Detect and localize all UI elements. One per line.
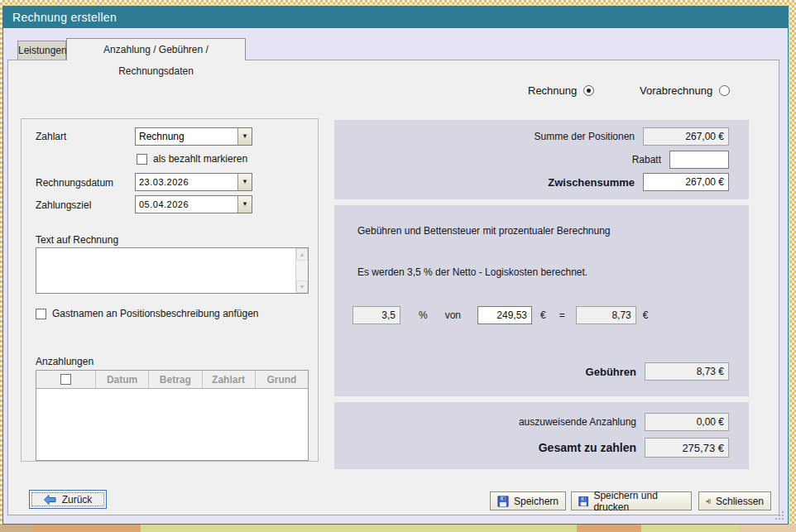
- chevron-down-icon[interactable]: ▼: [237, 196, 252, 213]
- scroll-down-icon[interactable]: ▼: [296, 280, 308, 293]
- text-auf-rechnung-content[interactable]: [36, 248, 295, 293]
- background-strip: [33, 525, 141, 532]
- final-section: auszuweisende Anzahlung 0,00 € Gesamt zu…: [334, 402, 749, 469]
- zahlart-combobox[interactable]: Rechnung ▼: [135, 127, 252, 146]
- anzahlung-row: auszuweisende Anzahlung 0,00 €: [519, 413, 729, 431]
- gebuehren-label: Gebühren: [586, 366, 636, 378]
- gesamt-row: Gesamt zu zahlen 275,73 €: [539, 438, 729, 458]
- fees-formula-row: 3,5 % von 249,53 € = 8,73 €: [352, 306, 648, 324]
- fees-section: Gebühren und Bettensteuer mit prozentual…: [334, 205, 749, 396]
- column-header-datum[interactable]: Datum: [96, 371, 149, 388]
- dialog-rechnung-erstellen: Rechnung erstellen Leistungen Anzahlung …: [2, 6, 789, 525]
- save-icon: [578, 496, 588, 507]
- gesamt-label: Gesamt zu zahlen: [539, 441, 636, 454]
- background-strip: [0, 525, 33, 532]
- radio-rechnung-label: Rechnung: [528, 84, 577, 97]
- zahlungsziel-label: Zahlungsziel: [36, 199, 91, 211]
- summe-field: 267,00 €: [643, 127, 729, 146]
- gastnamen-checkbox[interactable]: [36, 309, 46, 319]
- textarea-scrollbar[interactable]: ▲ ▼: [295, 248, 308, 293]
- gesamt-field: 275,73 €: [645, 438, 729, 458]
- background-strip: [641, 525, 739, 532]
- background-strip: [739, 525, 796, 532]
- scroll-up-icon[interactable]: ▲: [296, 248, 308, 261]
- speichern-button[interactable]: Speichern: [490, 491, 566, 510]
- arrow-left-icon: [44, 495, 56, 505]
- dialog-titlebar[interactable]: Rechnung erstellen: [3, 7, 788, 28]
- rabatt-row: Rabatt: [632, 151, 729, 169]
- chevron-down-icon[interactable]: ▼: [237, 174, 252, 190]
- summe-label: Summe der Positionen: [535, 131, 635, 142]
- radio-vorabrechnung-button[interactable]: [719, 85, 730, 96]
- payment-groupbox: Zahlart Rechnung ▼ als bezahlt markieren…: [21, 118, 319, 462]
- rabatt-input[interactable]: [669, 151, 729, 169]
- header-select-all[interactable]: [36, 371, 96, 388]
- percent-sign: %: [419, 309, 428, 321]
- base-amount-input[interactable]: 249,53: [477, 306, 532, 324]
- radio-vorabrechnung-label: Vorabrechnung: [640, 84, 712, 97]
- als-bezahlt-label: als bezahlt markieren: [153, 153, 247, 165]
- tab-leistungen-label: Leistungen: [18, 45, 67, 56]
- equals-sign: =: [559, 309, 565, 321]
- rechnungsdatum-value: 23.03.2026: [136, 177, 237, 187]
- speichern-und-drucken-label: Speichern und drucken: [593, 490, 684, 513]
- gebuehren-row: Gebühren 8,73 €: [586, 362, 729, 381]
- fees-heading: Gebühren und Bettensteuer mit prozentual…: [357, 225, 611, 237]
- rabatt-label: Rabatt: [632, 154, 661, 165]
- schliessen-label: Schliessen: [716, 496, 764, 507]
- zurueck-label: Zurück: [62, 494, 93, 506]
- text-auf-rechnung-textarea[interactable]: ▲ ▼: [36, 247, 309, 294]
- rechnungsdatum-datepicker[interactable]: 23.03.2026 ▼: [135, 173, 252, 191]
- radio-option-rechnung[interactable]: Rechnung: [528, 84, 594, 97]
- speichern-und-drucken-button[interactable]: Speichern und drucken: [571, 491, 692, 510]
- zurueck-button[interactable]: Zurück: [29, 490, 107, 509]
- tab-page: Rechnung Vorabrechnung Zahlart Rechnung …: [7, 60, 779, 515]
- radio-rechnung-button[interactable]: [583, 85, 594, 96]
- chevron-down-icon[interactable]: ▼: [237, 128, 252, 145]
- radio-option-vorabrechnung[interactable]: Vorabrechnung: [640, 84, 730, 97]
- gebuehren-field: 8,73 €: [645, 362, 729, 381]
- text-auf-rechnung-label: Text auf Rechnung: [36, 234, 118, 246]
- gastnamen-checkbox-row[interactable]: Gastnamen an Positionsbeschreibung anfüg…: [36, 308, 259, 319]
- anzahlungen-table-body[interactable]: [36, 389, 308, 460]
- euro-sign: €: [643, 309, 649, 321]
- anzahlungen-label: Anzahlungen: [36, 356, 94, 367]
- von-label: von: [445, 309, 461, 321]
- tab-anzahlung-gebuehren-rechnungsdaten[interactable]: Anzahlung / Gebühren / Rechnungsdaten: [66, 38, 246, 60]
- percent-field: 3,5: [352, 306, 400, 324]
- zahlart-label: Zahlart: [36, 131, 66, 142]
- zahlungsziel-value: 05.04.2026: [136, 199, 237, 209]
- zwischensumme-label: Zwischensumme: [548, 176, 635, 189]
- zahlart-value: Rechnung: [136, 131, 237, 142]
- rechnungsdatum-label: Rechnungsdatum: [36, 177, 113, 189]
- speichern-label: Speichern: [514, 496, 559, 507]
- column-header-betrag[interactable]: Betrag: [149, 371, 202, 388]
- tab-anzahlung-label: Anzahlung / Gebühren / Rechnungsdaten: [103, 44, 209, 77]
- anzahlung-field: 0,00 €: [645, 413, 729, 431]
- dialog-title: Rechnung erstellen: [12, 11, 117, 24]
- background-strip: [577, 525, 641, 532]
- fee-result-field: 8,73: [576, 306, 636, 324]
- gastnamen-label: Gastnamen an Positionsbeschreibung anfüg…: [52, 308, 259, 319]
- anzahlung-label: auszuweisende Anzahlung: [519, 416, 636, 428]
- totals-section: Summe der Positionen 267,00 € Rabatt Zwi…: [334, 120, 749, 199]
- summe-row: Summe der Positionen 267,00 €: [535, 127, 729, 146]
- tab-leistungen[interactable]: Leistungen: [17, 41, 66, 60]
- als-bezahlt-checkbox[interactable]: [137, 154, 147, 165]
- euro-sign: €: [540, 309, 546, 321]
- zwischensumme-field: 267,00 €: [643, 173, 729, 191]
- schliessen-button[interactable]: Schliessen: [698, 491, 771, 510]
- column-header-zahlart[interactable]: Zahlart: [203, 371, 256, 388]
- zahlungsziel-datepicker[interactable]: 05.04.2026 ▼: [135, 195, 252, 213]
- background-strip: [141, 525, 577, 532]
- fees-note: Es werden 3,5 % der Netto - Logiskosten …: [357, 266, 587, 278]
- anzahlungen-table[interactable]: Datum Betrag Zahlart Grund: [36, 370, 309, 461]
- select-all-checkbox[interactable]: [60, 374, 71, 385]
- save-icon: [497, 496, 509, 507]
- anzahlungen-table-header: Datum Betrag Zahlart Grund: [36, 371, 308, 389]
- zwischensumme-row: Zwischensumme 267,00 €: [548, 173, 729, 191]
- als-bezahlt-checkbox-row[interactable]: als bezahlt markieren: [137, 153, 247, 165]
- column-header-grund[interactable]: Grund: [256, 371, 308, 388]
- exit-door-icon: [706, 496, 711, 507]
- invoice-type-row: Rechnung Vorabrechnung: [8, 84, 779, 99]
